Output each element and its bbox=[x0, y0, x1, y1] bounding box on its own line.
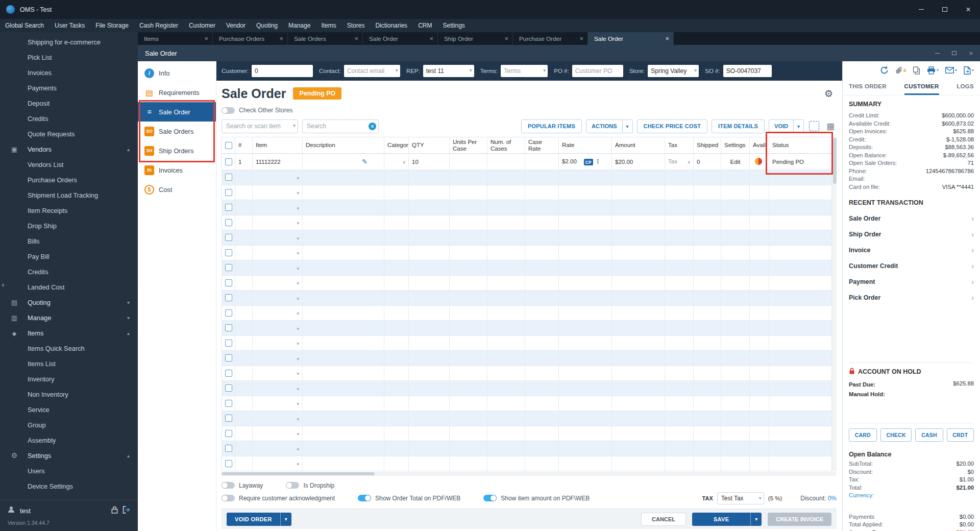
select-all-checkbox[interactable] bbox=[225, 142, 232, 149]
document-tab[interactable]: Items bbox=[138, 32, 213, 45]
sidebar-item[interactable]: Manage ▾ bbox=[0, 310, 138, 325]
chevron-down-icon[interactable] bbox=[297, 296, 299, 301]
menu-item[interactable]: CRM bbox=[418, 22, 432, 29]
empty-line-row[interactable] bbox=[222, 245, 832, 260]
nav-item-invoices[interactable]: IN Invoices bbox=[138, 160, 216, 180]
empty-line-row[interactable] bbox=[222, 305, 832, 321]
sidebar-item[interactable]: Drop Ship bbox=[0, 218, 138, 233]
col-shipped[interactable]: Shipped bbox=[694, 137, 721, 154]
column-settings-icon[interactable]: ▦ bbox=[824, 120, 837, 132]
multi-select-icon[interactable] bbox=[808, 120, 820, 132]
recent-transaction-item[interactable]: Invoice bbox=[849, 242, 974, 258]
menu-item[interactable]: Dictionaries bbox=[375, 22, 407, 29]
doc-maximize-button[interactable] bbox=[952, 51, 957, 55]
chevron-down-icon[interactable] bbox=[297, 236, 299, 241]
tax-input[interactable] bbox=[718, 493, 764, 504]
document-tab[interactable]: Sale Order bbox=[363, 32, 438, 45]
col-amount[interactable]: Amount bbox=[612, 137, 665, 154]
sidebar-item[interactable]: Payments bbox=[0, 80, 138, 95]
close-button[interactable]: × bbox=[957, 0, 980, 19]
chevron-right-icon[interactable] bbox=[971, 262, 974, 270]
layaway-toggle[interactable] bbox=[222, 482, 235, 489]
chevron-down-icon[interactable] bbox=[937, 68, 939, 73]
row-edit-link[interactable]: Edit bbox=[721, 154, 750, 170]
menu-item[interactable]: Vendor bbox=[226, 22, 246, 29]
empty-line-row[interactable] bbox=[222, 396, 832, 411]
row-checkbox[interactable] bbox=[225, 264, 232, 271]
recent-transaction-item[interactable]: Customer Credit bbox=[849, 258, 974, 274]
sidebar-item[interactable]: Non Inventory bbox=[0, 387, 138, 402]
chevron-down-icon[interactable] bbox=[297, 266, 299, 271]
chevron-down-icon[interactable] bbox=[297, 371, 299, 376]
panel-tab[interactable]: LOGS bbox=[957, 80, 974, 95]
doc-minimize-button[interactable] bbox=[935, 53, 940, 54]
terms-combo[interactable] bbox=[501, 65, 548, 77]
require-acknowledgment-toggle[interactable] bbox=[222, 495, 235, 501]
row-checkbox[interactable] bbox=[225, 340, 232, 347]
tab-close-icon[interactable] bbox=[665, 35, 669, 42]
sidebar-item[interactable]: Shipment Load Tracking bbox=[0, 187, 138, 203]
nav-item-info[interactable]: Info bbox=[138, 63, 216, 83]
show-item-amount-toggle[interactable] bbox=[483, 495, 497, 501]
sidebar-item[interactable]: Vendors List bbox=[0, 157, 138, 172]
row-checkbox[interactable] bbox=[225, 234, 232, 241]
nav-item-cost[interactable]: Cost bbox=[138, 180, 216, 199]
empty-line-row[interactable] bbox=[222, 185, 832, 200]
nav-item-ship-orders[interactable]: SH Ship Orders bbox=[138, 141, 216, 160]
clear-search-icon[interactable]: × bbox=[369, 123, 376, 130]
sidebar-collapse-handle[interactable]: ‹ bbox=[0, 276, 6, 293]
empty-line-row[interactable] bbox=[222, 170, 832, 185]
tax-select[interactable] bbox=[717, 492, 764, 504]
sidebar-item[interactable]: Purchase Orders bbox=[0, 172, 138, 187]
chevron-right-icon[interactable] bbox=[971, 294, 974, 302]
rep-combo[interactable] bbox=[423, 65, 474, 77]
row-checkbox[interactable] bbox=[225, 370, 232, 377]
chevron-right-icon[interactable] bbox=[971, 230, 974, 238]
empty-line-row[interactable] bbox=[222, 230, 832, 246]
empty-line-row[interactable] bbox=[222, 200, 832, 215]
chevron-right-icon[interactable] bbox=[971, 246, 974, 254]
sidebar-item[interactable]: Items List bbox=[0, 356, 138, 371]
cancel-button[interactable]: CANCEL bbox=[641, 513, 686, 526]
is-dropship-toggle[interactable] bbox=[286, 482, 299, 489]
document-tab[interactable]: Ship Order bbox=[438, 32, 513, 45]
row-checkbox[interactable] bbox=[225, 279, 232, 286]
row-checkbox[interactable] bbox=[225, 249, 232, 256]
chevron-down-icon[interactable] bbox=[297, 417, 299, 422]
sidebar-item[interactable]: Inventory bbox=[0, 371, 138, 387]
void-order-button[interactable]: VOID ORDER▾ bbox=[227, 513, 291, 526]
payment-method-button[interactable]: CHECK bbox=[880, 428, 912, 442]
maximize-button[interactable] bbox=[933, 0, 957, 19]
tax-cell[interactable]: Tax bbox=[665, 154, 694, 170]
chevron-right-icon[interactable] bbox=[971, 278, 974, 286]
popular-items-button[interactable]: POPULAR ITEMS bbox=[521, 119, 582, 133]
sidebar-item[interactable]: Quoting ▾ bbox=[0, 295, 138, 310]
col-status[interactable]: Status bbox=[769, 137, 832, 154]
edit-pencil-icon[interactable]: ✎ bbox=[362, 158, 368, 165]
empty-line-row[interactable] bbox=[222, 215, 832, 230]
num-of-cases-cell[interactable] bbox=[487, 154, 525, 170]
chevron-down-icon[interactable] bbox=[297, 251, 299, 256]
chevron-down-icon[interactable]: ▾ bbox=[280, 513, 291, 526]
sidebar-item[interactable]: Assembly bbox=[0, 432, 138, 448]
chevron-right-icon[interactable] bbox=[971, 214, 974, 223]
vertical-scrollbar[interactable] bbox=[832, 137, 837, 471]
logout-icon[interactable] bbox=[122, 506, 131, 516]
col-category[interactable]: Category bbox=[384, 137, 409, 154]
chevron-down-icon[interactable] bbox=[403, 160, 405, 165]
col-rate[interactable]: Rate bbox=[559, 137, 612, 154]
contact-combo[interactable] bbox=[344, 65, 400, 77]
tab-close-icon[interactable] bbox=[504, 35, 508, 42]
check-other-stores-toggle[interactable] bbox=[222, 107, 235, 114]
menu-item[interactable]: File Storage bbox=[95, 22, 129, 29]
menu-item[interactable]: Items bbox=[321, 22, 336, 29]
row-checkbox[interactable] bbox=[225, 354, 232, 361]
category-cell[interactable] bbox=[384, 154, 409, 170]
check-price-cost-button[interactable]: CHECK PRICE COST bbox=[637, 119, 708, 133]
sidebar-item[interactable]: Pick List bbox=[0, 50, 138, 65]
menu-item[interactable]: Quoting bbox=[256, 22, 278, 29]
email-icon[interactable] bbox=[945, 67, 957, 74]
row-checkbox[interactable] bbox=[225, 189, 232, 196]
chevron-down-icon[interactable] bbox=[297, 281, 299, 286]
chevron-down-icon[interactable] bbox=[688, 160, 690, 165]
